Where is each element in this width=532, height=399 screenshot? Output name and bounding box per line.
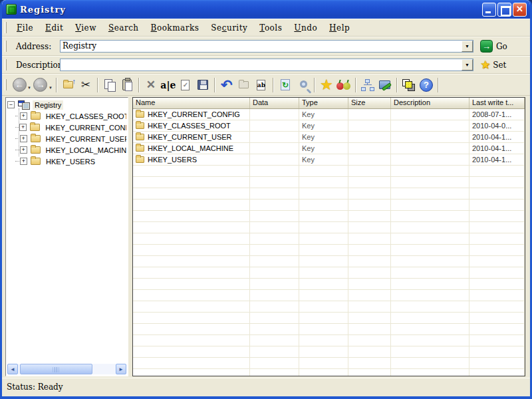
menu-item-tools[interactable]: Tools bbox=[253, 21, 288, 35]
description-dropdown-icon[interactable]: ▼ bbox=[462, 59, 473, 70]
address-grip-handle[interactable] bbox=[5, 41, 7, 52]
tree-item-label[interactable]: Registry bbox=[33, 100, 63, 110]
menu-item-security[interactable]: Security bbox=[205, 21, 253, 35]
menu-bar: File Edit View Search Bookmarks Security… bbox=[2, 19, 530, 37]
compare-apples-icon bbox=[336, 80, 351, 90]
expand-icon[interactable]: + bbox=[20, 146, 27, 154]
description-grip-handle[interactable] bbox=[5, 59, 7, 70]
new-key-button-disabled[interactable] bbox=[235, 76, 253, 94]
windows-button[interactable] bbox=[400, 76, 418, 94]
tree-item-hkey-users[interactable]: + HKEY_USERS bbox=[7, 156, 126, 167]
back-button[interactable]: ← bbox=[11, 76, 28, 94]
go-arrow-icon: → bbox=[480, 40, 493, 53]
favorites-button[interactable]: ★ bbox=[318, 76, 335, 94]
list-row-empty bbox=[133, 313, 525, 324]
address-combobox[interactable]: Registry ▼ bbox=[60, 40, 473, 53]
toolbar-grip-handle[interactable] bbox=[5, 79, 7, 90]
back-icon: ← bbox=[13, 78, 27, 92]
expand-icon[interactable]: + bbox=[20, 112, 27, 120]
apply-button[interactable]: ✓ bbox=[177, 76, 194, 94]
menu-item-view[interactable]: View bbox=[69, 21, 102, 35]
column-header-name[interactable]: Name bbox=[133, 98, 250, 108]
column-header-data[interactable]: Data bbox=[250, 98, 299, 108]
tree-horizontal-scrollbar[interactable]: ◄ ► bbox=[7, 364, 126, 374]
minimize-button[interactable] bbox=[482, 3, 496, 17]
tree-item-label[interactable]: HKEY_CLASSES_ROOT bbox=[44, 112, 126, 121]
tree-item-hkey-current-config[interactable]: + HKEY_CURRENT_CONFIG bbox=[7, 122, 126, 133]
forward-button[interactable]: → bbox=[32, 76, 49, 94]
description-input[interactable] bbox=[61, 59, 462, 70]
permissions-button[interactable] bbox=[376, 76, 394, 94]
tree-item-label[interactable]: HKEY_CURRENT_CONFIG bbox=[43, 123, 126, 132]
tree-item-hkey-current-user[interactable]: + HKEY_CURRENT_USER bbox=[7, 133, 126, 144]
status-bar: Status: Ready bbox=[2, 378, 530, 395]
description-combobox[interactable]: ▼ bbox=[60, 59, 473, 71]
tree-item-label[interactable]: HKEY_CURRENT_USER bbox=[44, 134, 126, 144]
compare-button[interactable] bbox=[335, 76, 352, 94]
folder-icon bbox=[31, 112, 41, 120]
list-row-hkey-local-machine[interactable]: HKEY_LOCAL_MACHINE Key 2010-04-1... bbox=[133, 143, 525, 154]
network-button[interactable] bbox=[359, 76, 376, 94]
description-bar: Description ▼ ★ Set bbox=[2, 56, 530, 74]
search-button[interactable] bbox=[294, 76, 311, 94]
expand-icon[interactable]: + bbox=[19, 124, 27, 131]
go-label: Go bbox=[496, 42, 507, 51]
list-row-empty bbox=[133, 233, 525, 245]
toolbar-separator bbox=[314, 78, 315, 92]
tree-item-label[interactable]: HKEY_LOCAL_MACHINE bbox=[44, 146, 126, 155]
expand-icon[interactable]: + bbox=[20, 158, 27, 165]
close-button[interactable] bbox=[513, 3, 527, 17]
list-body: HKEY_CURRENT_CONFIG Key 2008-07-1... HKE… bbox=[133, 109, 525, 376]
scroll-left-icon[interactable]: ◄ bbox=[7, 364, 18, 374]
list-filler bbox=[133, 166, 525, 376]
delete-button[interactable]: ✕ bbox=[142, 76, 160, 94]
refresh-button[interactable]: ↻ bbox=[277, 76, 294, 94]
up-level-button[interactable]: ↑ bbox=[60, 76, 77, 94]
copy-button[interactable] bbox=[101, 76, 118, 94]
list-row-empty bbox=[133, 245, 525, 256]
rename-icon: a|e bbox=[160, 80, 176, 90]
toolbar-separator bbox=[438, 78, 439, 92]
rename-button[interactable]: a|e bbox=[160, 76, 177, 94]
column-header-description[interactable]: Description bbox=[391, 98, 469, 108]
menu-item-file[interactable]: File bbox=[11, 21, 39, 35]
menu-item-search[interactable]: Search bbox=[102, 21, 145, 35]
scroll-right-icon[interactable]: ► bbox=[116, 364, 126, 374]
search-icon bbox=[300, 80, 307, 88]
expand-icon[interactable]: + bbox=[20, 135, 27, 142]
address-input[interactable]: Registry bbox=[61, 41, 462, 52]
list-row-hkey-current-config[interactable]: HKEY_CURRENT_CONFIG Key 2008-07-1... bbox=[133, 109, 525, 120]
menu-grip-handle[interactable] bbox=[5, 22, 7, 33]
menu-item-edit[interactable]: Edit bbox=[39, 21, 69, 35]
maximize-button[interactable] bbox=[497, 3, 511, 17]
help-button[interactable]: ? bbox=[418, 76, 435, 94]
list-row-empty bbox=[133, 301, 525, 313]
scrollbar-thumb[interactable] bbox=[20, 364, 92, 374]
tree-item-hkey-local-machine[interactable]: + HKEY_LOCAL_MACHINE bbox=[7, 144, 126, 156]
title-bar[interactable]: Registry bbox=[2, 0, 530, 19]
column-header-size[interactable]: Size bbox=[348, 98, 391, 108]
column-header-last-write[interactable]: Last write t... bbox=[469, 98, 525, 108]
menu-item-undo[interactable]: Undo bbox=[288, 21, 323, 35]
paste-button[interactable] bbox=[118, 76, 136, 94]
tree-item-hkey-classes-root[interactable]: + HKEY_CLASSES_ROOT bbox=[7, 110, 126, 122]
collapse-icon[interactable]: − bbox=[7, 101, 15, 108]
edit-binary-button[interactable]: ab bbox=[253, 76, 270, 94]
list-row-hkey-current-user[interactable]: HKEY_CURRENT_USER Key 2010-04-1... bbox=[133, 132, 525, 143]
list-row-hkey-classes-root[interactable]: HKEY_CLASSES_ROOT Key 2010-04-0... bbox=[133, 120, 525, 132]
cut-button[interactable]: ✂ bbox=[77, 76, 94, 94]
tree-item-label[interactable]: HKEY_USERS bbox=[44, 157, 97, 166]
column-header-type[interactable]: Type bbox=[299, 98, 348, 108]
set-button[interactable]: ★ Set bbox=[480, 59, 506, 70]
list-row-empty bbox=[133, 324, 525, 335]
save-button[interactable] bbox=[194, 76, 211, 94]
go-button[interactable]: → Go bbox=[480, 40, 507, 53]
menu-item-help[interactable]: Help bbox=[323, 21, 356, 35]
set-star-icon: ★ bbox=[480, 59, 490, 70]
menu-item-bookmarks[interactable]: Bookmarks bbox=[145, 21, 205, 35]
list-row-hkey-users[interactable]: HKEY_USERS Key 2010-04-1... bbox=[133, 154, 525, 166]
address-dropdown-icon[interactable]: ▼ bbox=[462, 41, 473, 52]
undo-button[interactable]: ↶ bbox=[218, 76, 235, 94]
scrollbar-track[interactable] bbox=[18, 364, 116, 374]
tree-item-registry-root[interactable]: − Registry bbox=[7, 99, 126, 110]
